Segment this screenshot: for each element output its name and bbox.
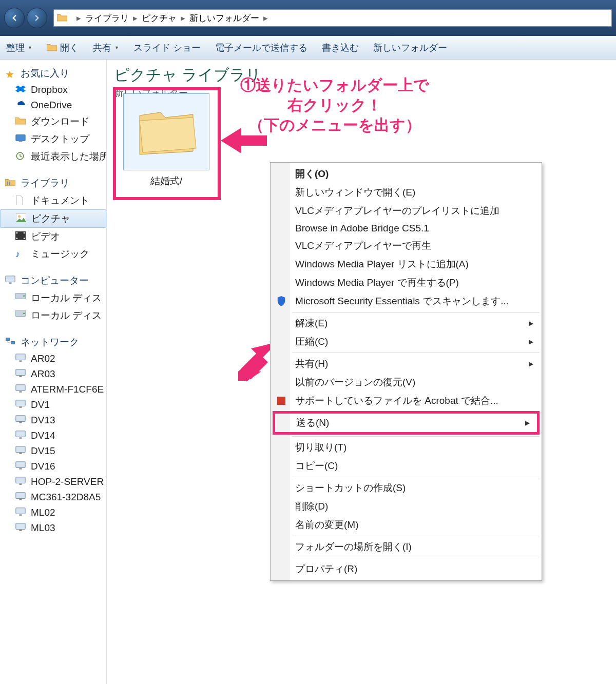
ctx-extract[interactable]: 解凍(E)▶ (272, 314, 541, 333)
sidebar-item-videos[interactable]: ビデオ (0, 228, 106, 245)
chevron-right-icon: ▶ (529, 320, 533, 327)
sidebar-item-network-pc[interactable]: HOP-2-SERVER (0, 474, 106, 490)
svg-rect-40 (16, 508, 25, 514)
ctx-vlc-playlist[interactable]: VLCメディアプレイヤーのプレイリストに追加 (272, 202, 541, 220)
sidebar-item-network-pc[interactable]: DV15 (0, 443, 106, 459)
computer-icon (5, 276, 16, 286)
svg-rect-26 (16, 400, 25, 406)
ctx-mse-scan[interactable]: Microsoft Security Essentials でスキャンします..… (272, 292, 541, 310)
open-button[interactable]: 開く (47, 42, 79, 54)
burn-button[interactable]: 書き込む (322, 42, 359, 54)
svg-rect-39 (20, 499, 22, 500)
sidebar-item-downloads[interactable]: ダウンロード (0, 113, 106, 130)
ctx-open[interactable]: 開く(O) (272, 165, 541, 183)
sidebar-item-network-pc[interactable]: DV13 (0, 413, 106, 428)
sidebar-item-network-pc[interactable]: ML02 (0, 505, 106, 520)
sidebar-item-network-pc[interactable]: ATERM-F1CF6E (0, 382, 106, 397)
ctx-acrobat-combine[interactable]: サポートしているファイルを Acrobat で結合... (272, 392, 541, 410)
favorites-header[interactable]: ★ お気に入り (0, 65, 106, 82)
breadcrumb-part[interactable]: 新しいフォルダー (189, 12, 259, 24)
drive-icon (15, 310, 27, 321)
svg-rect-42 (16, 523, 25, 530)
svg-point-15 (23, 296, 24, 297)
sidebar-item-network-pc[interactable]: DV14 (0, 428, 106, 443)
email-button[interactable]: 電子メールで送信する (215, 42, 307, 54)
recent-icon (15, 151, 27, 162)
sidebar-item-network-pc[interactable]: DV1 (0, 397, 106, 413)
svg-rect-8 (16, 232, 17, 233)
svg-rect-0 (16, 135, 25, 141)
sidebar-item-dropbox[interactable]: Dropbox (0, 82, 106, 97)
share-button[interactable]: 共有▼ (93, 42, 119, 54)
computer-icon (15, 384, 27, 395)
shield-icon (276, 296, 287, 306)
breadcrumb-part[interactable]: ピクチャ (142, 12, 177, 24)
window-titlebar: ▸ ライブラリ ▸ ピクチャ ▸ 新しいフォルダー ▸ (0, 0, 616, 36)
computer-icon (15, 400, 27, 410)
ctx-restore-version[interactable]: 以前のバージョンの復元(V) (272, 373, 541, 392)
svg-rect-9 (16, 238, 17, 239)
new-folder-button[interactable]: 新しいフォルダー (373, 42, 447, 54)
dropbox-icon (15, 85, 27, 95)
sidebar-item-onedrive[interactable]: OneDrive (0, 97, 106, 113)
svg-rect-29 (20, 422, 22, 423)
chevron-right-icon: ▸ (181, 13, 185, 24)
sidebar-item-desktop[interactable]: デスクトップ (0, 130, 106, 148)
music-icon: ♪ (15, 249, 27, 259)
network-header[interactable]: ネットワーク (0, 334, 106, 351)
svg-rect-11 (24, 238, 25, 239)
ctx-create-shortcut[interactable]: ショートカットの作成(S) (272, 479, 541, 497)
annotation-highlight-box: 送る(N)▶ (273, 411, 540, 435)
svg-rect-34 (16, 462, 25, 468)
address-bar[interactable]: ▸ ライブラリ ▸ ピクチャ ▸ 新しいフォルダー ▸ (53, 9, 612, 27)
ctx-delete[interactable]: 削除(D) (272, 497, 541, 516)
sidebar-item-documents[interactable]: ドキュメント (0, 192, 106, 209)
ctx-wmp-list[interactable]: Windows Media Player リストに追加(A) (272, 255, 541, 273)
svg-point-17 (23, 313, 24, 314)
ctx-wmp-play[interactable]: Windows Media Player で再生する(P) (272, 273, 541, 292)
folder-open-icon (47, 43, 57, 52)
sidebar-item-network-pc[interactable]: AR03 (0, 366, 106, 382)
ctx-compress[interactable]: 圧縮(C)▶ (272, 333, 541, 351)
chevron-right-icon: ▸ (263, 13, 268, 24)
ctx-rename[interactable]: 名前の変更(M) (272, 516, 541, 534)
sidebar-item-localdisk[interactable]: ローカル ディス (0, 289, 106, 307)
computer-icon (15, 461, 27, 472)
libraries-header[interactable]: ライブラリ (0, 174, 106, 192)
svg-rect-1 (19, 141, 23, 142)
sidebar-item-network-pc[interactable]: AR02 (0, 351, 106, 366)
ctx-open-new-window[interactable]: 新しいウィンドウで開く(E) (272, 183, 541, 202)
sidebar-item-pictures[interactable]: ピクチャ (0, 209, 106, 228)
ctx-copy[interactable]: コピー(C) (272, 457, 541, 475)
ctx-adobe-bridge[interactable]: Browse in Adobe Bridge CS5.1 (272, 220, 541, 237)
organize-button[interactable]: 整理▼ (6, 42, 32, 54)
sidebar-item-music[interactable]: ♪ ミュージック (0, 245, 106, 263)
folder-item[interactable]: 結婚式/ (120, 93, 213, 188)
ctx-properties[interactable]: プロパティ(R) (272, 560, 541, 578)
computer-icon (15, 446, 27, 456)
nav-forward-button[interactable] (27, 8, 47, 28)
library-icon (5, 178, 16, 188)
ctx-cut[interactable]: 切り取り(T) (272, 438, 541, 457)
computer-header[interactable]: コンピューター (0, 272, 106, 289)
sidebar-item-localdisk[interactable]: ローカル ディス (0, 307, 106, 324)
computer-icon (15, 415, 27, 425)
sidebar-item-recent[interactable]: 最近表示した場所 (0, 148, 106, 165)
ctx-send-to[interactable]: 送る(N)▶ (275, 414, 537, 432)
breadcrumb-part[interactable]: ライブラリ (85, 12, 129, 24)
sidebar-item-network-pc[interactable]: MC361-32D8A5 (0, 490, 106, 505)
ctx-share[interactable]: 共有(H)▶ (272, 355, 541, 373)
computer-icon (15, 492, 27, 502)
ctx-open-location[interactable]: フォルダーの場所を開く(I) (272, 538, 541, 556)
folder-large-icon (136, 106, 197, 158)
command-toolbar: 整理▼ 開く 共有▼ スライド ショー 電子メールで送信する 書き込む 新しいフ… (0, 36, 616, 60)
computer-icon (15, 431, 27, 441)
network-icon (5, 337, 16, 347)
sidebar-item-network-pc[interactable]: DV16 (0, 459, 106, 474)
sidebar-item-network-pc[interactable]: ML03 (0, 520, 106, 536)
nav-back-button[interactable] (4, 8, 25, 28)
computer-icon (15, 369, 27, 379)
ctx-vlc-play[interactable]: VLCメディアプレイヤーで再生 (272, 237, 541, 255)
slideshow-button[interactable]: スライド ショー (133, 42, 201, 54)
folder-label: 結婚式/ (120, 174, 213, 188)
